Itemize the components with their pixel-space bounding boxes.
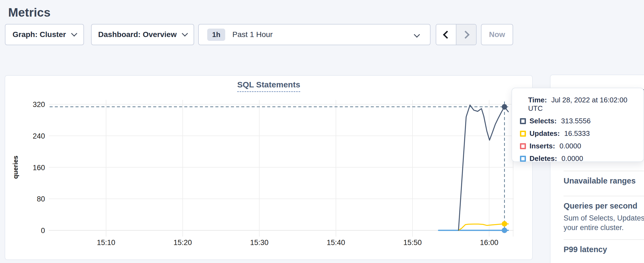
chevron-left-icon — [443, 30, 451, 39]
chart-hover-tooltip: Time:Jul 28, 2022 at 16:02:00 UTC Select… — [511, 88, 644, 162]
tooltip-row: Selects:313.5556 — [520, 117, 643, 125]
tooltip-time-label: Time: — [528, 96, 547, 104]
sidebar-qps-description-line2: your entire cluster. — [564, 224, 624, 232]
time-step-button-group — [436, 24, 477, 45]
metrics-page: { "page": { "title": "Metrics" }, "contr… — [0, 0, 644, 263]
x-axis-tick-label: 15:50 — [403, 238, 422, 247]
step-forward-button[interactable] — [456, 25, 476, 45]
series-swatch-icon — [520, 156, 526, 162]
x-axis-tick-label: 15:20 — [173, 238, 192, 247]
sidebar-qps-description-line1: Sum of Selects, Updates, Inser — [564, 214, 644, 222]
tooltip-series-label: Selects: — [529, 117, 557, 125]
tooltip-series-value: 0.0000 — [559, 142, 581, 150]
y-axis-tick-label: 320 — [33, 100, 45, 109]
graph-selector-dropdown[interactable]: Graph: Cluster — [5, 24, 84, 45]
y-axis-tick-label: 80 — [37, 195, 45, 203]
hover-dot-updates — [502, 221, 507, 227]
series-line-selects — [459, 105, 508, 230]
tooltip-series-label: Inserts: — [529, 142, 555, 150]
x-axis-tick-label: 16:00 — [480, 238, 498, 247]
y-axis-title: queries — [12, 155, 19, 179]
hover-dot-deletes — [502, 228, 507, 233]
time-range-label: Past 1 Hour — [232, 30, 273, 39]
series-swatch-icon — [520, 131, 526, 137]
page-title: Metrics — [8, 6, 50, 19]
sql-statements-plot[interactable]: 08016024032015:1015:2015:3015:4015:5016:… — [5, 76, 533, 261]
tooltip-row: Deletes:0.0000 — [520, 154, 643, 163]
chevron-down-icon — [182, 30, 188, 37]
series-line-updates — [459, 224, 508, 230]
y-axis-tick-label: 0 — [41, 227, 45, 235]
x-axis-tick-label: 15:10 — [97, 238, 115, 247]
chevron-down-icon — [414, 32, 420, 38]
chevron-right-icon — [461, 30, 470, 39]
tooltip-series-value: 16.5333 — [564, 129, 590, 138]
now-button[interactable]: Now — [481, 24, 513, 45]
chart-title[interactable]: SQL Statements — [237, 80, 300, 92]
dashboard-selector-dropdown[interactable]: Dashboard: Overview — [91, 24, 194, 45]
sidebar-heading-p99-latency: P99 latency — [564, 245, 607, 254]
x-axis-tick-label: 15:30 — [250, 238, 269, 247]
y-axis-tick-label: 240 — [33, 132, 45, 140]
sidebar-heading-unavailable-ranges: Unavailable ranges — [564, 176, 636, 185]
divider — [564, 171, 644, 171]
tooltip-series-value: 313.5556 — [561, 117, 591, 125]
graph-selector-label: Graph: Cluster — [13, 30, 66, 39]
y-axis-tick-label: 160 — [33, 164, 45, 172]
tooltip-series-value: 0.0000 — [561, 154, 583, 163]
sidebar-heading-queries-per-second: Queries per second — [564, 201, 637, 210]
hover-dot-selects — [502, 104, 507, 109]
tooltip-row: Updates:16.5333 — [520, 129, 643, 138]
chevron-down-icon — [71, 30, 77, 37]
sql-statements-chart-card: 08016024032015:1015:2015:3015:4015:5016:… — [5, 75, 533, 260]
tooltip-row: Inserts:0.0000 — [520, 142, 643, 150]
series-swatch-icon — [520, 118, 526, 124]
now-button-label: Now — [489, 30, 505, 39]
divider — [564, 239, 644, 240]
tooltip-series-label: Updates: — [529, 129, 560, 138]
series-swatch-icon — [520, 143, 526, 149]
time-range-selector[interactable]: 1h Past 1 Hour — [198, 24, 431, 45]
tooltip-series-label: Deletes: — [529, 154, 557, 163]
dashboard-selector-label: Dashboard: Overview — [98, 30, 177, 39]
time-range-badge: 1h — [207, 29, 225, 41]
x-axis-tick-label: 15:40 — [327, 238, 345, 247]
step-back-button[interactable] — [436, 25, 456, 45]
divider — [564, 196, 644, 196]
tooltip-time-row: Time:Jul 28, 2022 at 16:02:00 UTC — [528, 96, 643, 113]
